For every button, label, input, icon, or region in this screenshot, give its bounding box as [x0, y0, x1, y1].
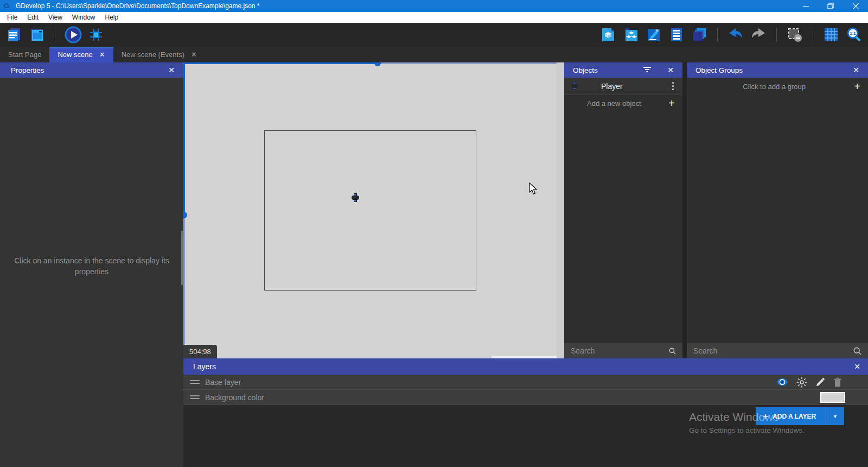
menu-bar: File Edit View Window Help	[0, 12, 868, 23]
panel-divider[interactable]	[682, 62, 687, 358]
close-icon[interactable]: ✕	[844, 66, 868, 74]
instances-list-icon[interactable]	[668, 26, 685, 43]
search-icon	[853, 347, 861, 355]
svg-text:1:1: 1:1	[850, 31, 856, 36]
window-title: GDevelop 5 - C:\Users\Sparkle\OneDrive\D…	[16, 2, 260, 10]
main-toolbar: 1:1	[0, 23, 868, 47]
add-object-row[interactable]: Add a new object +	[564, 95, 682, 111]
trash-icon[interactable]	[833, 377, 842, 387]
edit-pencil-icon[interactable]	[815, 377, 825, 387]
objects-header: Objects ✕	[564, 62, 682, 78]
debug-icon[interactable]	[87, 26, 105, 43]
start-page-icon[interactable]	[28, 26, 46, 43]
preview-play-icon[interactable]	[65, 26, 82, 43]
tab-close-icon[interactable]: ✕	[191, 51, 197, 59]
tab-start-page[interactable]: Start Page	[0, 47, 49, 62]
main-area: Properties ✕ Click on an instance in the…	[0, 62, 868, 467]
undo-icon[interactable]	[727, 26, 744, 43]
layers-panel: Layers ✕ Base layer	[183, 358, 868, 467]
menu-help[interactable]: Help	[100, 12, 124, 23]
minimize-button[interactable]	[793, 0, 818, 12]
plus-icon[interactable]: +	[854, 80, 860, 93]
add-group-row[interactable]: Click to add a group +	[687, 78, 868, 95]
vertical-scroll-thumb[interactable]	[183, 212, 187, 218]
scene-canvas[interactable]: 504;98	[183, 62, 557, 358]
grid-icon[interactable]	[822, 26, 840, 43]
properties-empty-message: Click on an instance in the scene to dis…	[10, 255, 173, 277]
properties-panel: Properties ✕ Click on an instance in the…	[0, 62, 183, 467]
objects-searchbar	[564, 343, 682, 358]
horizontal-scroll-thumb[interactable]	[374, 62, 381, 66]
player-instance[interactable]	[352, 193, 359, 203]
layer-row-base[interactable]: Base layer	[183, 375, 868, 390]
player-thumbnail	[571, 82, 578, 90]
menu-edit[interactable]: Edit	[22, 12, 43, 23]
panel-resize-gutter[interactable]	[557, 62, 564, 358]
layers-icon[interactable]	[691, 26, 708, 43]
visibility-eye-icon[interactable]	[776, 378, 788, 386]
toolbar-separator	[717, 28, 718, 42]
window-titlebar: G GDevelop 5 - C:\Users\Sparkle\OneDrive…	[0, 0, 868, 12]
properties-scrollbar[interactable]	[181, 231, 183, 285]
tab-close-icon[interactable]: ✕	[99, 51, 105, 59]
deselect-icon[interactable]	[786, 26, 803, 43]
objects-title: Objects	[573, 66, 598, 74]
project-manager-icon[interactable]	[5, 26, 23, 43]
object-row-player[interactable]: Player	[564, 78, 682, 95]
object-menu-icon[interactable]	[670, 80, 676, 92]
vertical-scroll-track[interactable]	[183, 62, 185, 358]
tab-new-scene-events[interactable]: New scene (Events) ✕	[113, 47, 205, 62]
gdevelop-logo-icon: G	[4, 2, 12, 10]
menu-file[interactable]: File	[2, 12, 22, 23]
close-icon[interactable]: ✕	[659, 66, 682, 74]
background-color-swatch[interactable]	[820, 392, 845, 403]
plus-icon: +	[762, 411, 768, 422]
layers-header: Layers ✕	[183, 358, 868, 375]
toolbar-separator	[55, 28, 55, 42]
player-feet	[354, 199, 357, 202]
drag-handle-icon[interactable]	[190, 380, 200, 384]
object-groups-icon[interactable]	[622, 26, 640, 43]
mouse-cursor	[529, 182, 539, 195]
scene-window-border	[264, 130, 476, 291]
filter-icon[interactable]	[643, 66, 659, 74]
objects-panel: Objects ✕ Player Add a new object +	[564, 62, 682, 358]
groups-search-input[interactable]	[693, 346, 853, 355]
object-name: Player	[601, 82, 623, 91]
properties-header: Properties ✕	[0, 62, 183, 78]
zoom-ratio-icon[interactable]: 1:1	[845, 26, 863, 43]
drag-handle-icon[interactable]	[190, 395, 200, 399]
edit-scene-properties-icon[interactable]	[645, 26, 662, 43]
layer-row-background-color[interactable]: Background color	[183, 390, 868, 405]
restore-button[interactable]	[818, 0, 843, 12]
cursor-coordinates: 504;98	[183, 345, 217, 358]
chevron-down-icon[interactable]: ▼	[826, 407, 844, 425]
objects-search-input[interactable]	[571, 346, 669, 355]
restore-icon	[827, 3, 834, 9]
object-groups-title: Object Groups	[695, 66, 743, 74]
add-object-icon[interactable]	[599, 26, 617, 43]
layers-title: Layers	[193, 362, 216, 371]
close-icon[interactable]: ✕	[846, 362, 868, 371]
horizontal-scroll-track[interactable]	[183, 62, 557, 64]
close-icon[interactable]: ✕	[159, 66, 183, 74]
menu-view[interactable]: View	[43, 12, 67, 23]
effects-icon[interactable]	[796, 377, 807, 388]
groups-searchbar	[687, 343, 868, 358]
plus-icon[interactable]: +	[668, 97, 675, 110]
redo-icon[interactable]	[750, 26, 767, 43]
properties-title: Properties	[11, 66, 44, 74]
close-window-button[interactable]	[843, 0, 868, 12]
tab-new-scene[interactable]: New scene ✕	[49, 47, 113, 62]
search-icon	[669, 347, 676, 355]
editor-tabbar: Start Page New scene ✕ New scene (Events…	[0, 47, 868, 62]
add-layer-button[interactable]: + ADD A LAYER ▼	[756, 407, 844, 425]
object-groups-header: Object Groups ✕	[687, 62, 868, 78]
toolbar-separator	[776, 28, 777, 42]
object-groups-panel: Object Groups ✕ Click to add a group +	[687, 62, 868, 358]
toolbar-separator	[813, 28, 813, 42]
menu-window[interactable]: Window	[67, 12, 100, 23]
